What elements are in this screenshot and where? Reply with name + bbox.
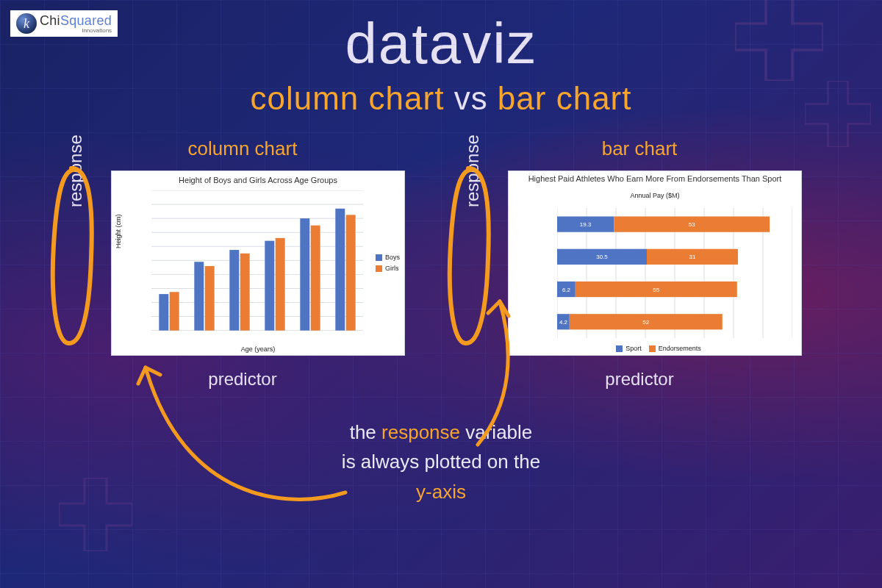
svg-text:19.3: 19.3 — [580, 221, 592, 228]
svg-text:6.2: 6.2 — [562, 287, 571, 293]
x-axis-label: Age (years) — [112, 345, 404, 353]
svg-text:31: 31 — [689, 254, 696, 260]
svg-rect-38 — [346, 215, 356, 330]
panel-title: bar chart — [467, 137, 812, 160]
svg-rect-35 — [311, 226, 320, 331]
logo-word: Chi — [40, 13, 60, 28]
svg-rect-26 — [205, 266, 215, 331]
decor-plus-icon — [805, 81, 871, 147]
column-chart: Height of Boys and Girls Across Age Grou… — [111, 171, 405, 356]
svg-rect-34 — [300, 218, 309, 331]
svg-text:30.5: 30.5 — [596, 254, 608, 260]
panel-foot: predictor — [70, 369, 415, 390]
panel-title: column chart — [70, 137, 415, 160]
y-axis-label: Height (cm) — [115, 214, 122, 248]
hand-drawn-ellipse-icon — [446, 164, 492, 348]
chart-title: Highest Paid Athletes Who Earn More From… — [509, 171, 801, 184]
svg-text:52: 52 — [642, 319, 649, 326]
decor-plus-icon — [59, 478, 132, 551]
bar-chart: Highest Paid Athletes Who Earn More From… — [508, 171, 802, 356]
chart-title: Height of Boys and Girls Across Age Grou… — [112, 171, 404, 184]
logo: k ChiSquared Innovations — [10, 10, 118, 37]
svg-rect-22 — [159, 294, 168, 331]
panel-foot: predictor — [467, 369, 812, 390]
svg-rect-29 — [240, 254, 250, 331]
svg-rect-25 — [194, 262, 204, 330]
decor-plus-icon — [735, 0, 823, 81]
chart-legend: SportEndorsements — [509, 345, 801, 352]
svg-rect-28 — [229, 250, 239, 331]
logo-word: Squared — [60, 13, 112, 28]
x-axis-label: Annual Pay ($M) — [509, 192, 801, 199]
hand-drawn-ellipse-icon — [49, 164, 95, 348]
svg-text:55: 55 — [653, 287, 659, 293]
svg-text:53: 53 — [689, 221, 695, 228]
chart-legend: BoysGirls — [376, 252, 400, 274]
panel-bar-chart: bar chart response Highest Paid Athletes… — [467, 137, 812, 390]
svg-text:4.2: 4.2 — [559, 319, 568, 326]
svg-rect-31 — [265, 241, 274, 331]
svg-rect-32 — [276, 238, 285, 331]
logo-glyph-icon: k — [16, 13, 37, 34]
svg-rect-37 — [335, 209, 345, 331]
panel-column-chart: column chart response Height of Boys and… — [70, 137, 415, 390]
column-chart-plot: 020406080100120140160180200048121620 — [151, 190, 363, 331]
svg-rect-23 — [170, 292, 179, 330]
bar-chart-plot: 0102030405060708019.353LeBron James30.53… — [557, 208, 792, 338]
